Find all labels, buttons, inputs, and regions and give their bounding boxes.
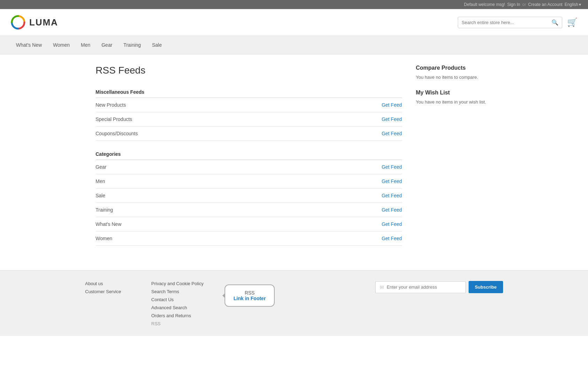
- footer-rss[interactable]: RSS: [151, 321, 204, 326]
- logo-text: LUMA: [29, 17, 58, 28]
- email-input-wrap: ✉: [375, 281, 466, 293]
- footer-advanced-search[interactable]: Advanced Search: [151, 305, 204, 310]
- feed-label: New Products: [96, 98, 303, 112]
- header: LUMA 🔍 🛒: [0, 9, 588, 36]
- footer: About us Customer Service Privacy and Co…: [0, 270, 588, 336]
- logo-icon: [10, 15, 26, 30]
- feed-link-cell: Get Feed: [303, 112, 402, 127]
- footer-orders-returns[interactable]: Orders and Returns: [151, 313, 204, 318]
- get-feed-link[interactable]: Get Feed: [382, 221, 402, 227]
- table-row: What's New Get Feed: [96, 217, 402, 231]
- get-feed-link[interactable]: Get Feed: [382, 164, 402, 170]
- wishlist-empty: You have no items in your wish list.: [416, 99, 493, 105]
- nav-gear[interactable]: Gear: [96, 36, 118, 54]
- footer-inner: About us Customer Service Privacy and Co…: [85, 281, 503, 329]
- table-row: Special Products Get Feed: [96, 112, 402, 127]
- feed-link-cell: Get Feed: [303, 174, 402, 189]
- get-feed-link[interactable]: Get Feed: [382, 207, 402, 213]
- feed-link-cell: Get Feed: [303, 98, 402, 112]
- nav-whats-new[interactable]: What's New: [10, 36, 47, 54]
- feed-link-cell: Get Feed: [303, 189, 402, 203]
- content-area: RSS Feeds Miscellaneous Feeds New Produc…: [96, 65, 402, 246]
- compare-products-title: Compare Products: [416, 65, 493, 71]
- newsletter-email-input[interactable]: [387, 284, 461, 290]
- signin-link[interactable]: Sign In: [507, 2, 520, 7]
- feed-label: Training: [96, 203, 303, 217]
- feed-link-cell: Get Feed: [303, 217, 402, 231]
- get-feed-link[interactable]: Get Feed: [382, 116, 402, 122]
- get-feed-link[interactable]: Get Feed: [382, 178, 402, 184]
- compare-products-empty: You have no items to compare.: [416, 75, 493, 80]
- nav-sale[interactable]: Sale: [147, 36, 167, 54]
- welcome-message: Default welcome msg!: [464, 2, 505, 7]
- footer-col-2: Privacy and Cookie Policy Search Terms C…: [151, 281, 204, 329]
- feed-label: Men: [96, 174, 303, 189]
- top-bar: Default welcome msg! Sign In or Create a…: [0, 0, 588, 9]
- main-nav: What's New Women Men Gear Training Sale: [0, 36, 588, 54]
- page-title: RSS Feeds: [96, 65, 402, 76]
- main-container: RSS Feeds Miscellaneous Feeds New Produc…: [85, 54, 503, 256]
- feed-label: Women: [96, 231, 303, 246]
- footer-customer-service[interactable]: Customer Service: [85, 289, 138, 294]
- search-box: 🔍: [458, 17, 562, 28]
- search-icon[interactable]: 🔍: [551, 19, 558, 26]
- language-selector[interactable]: English ▾: [565, 2, 581, 7]
- footer-newsletter: ✉ Subscribe: [375, 281, 503, 293]
- header-right: 🔍 🛒: [458, 17, 578, 28]
- feed-label: Sale: [96, 189, 303, 203]
- feed-link-cell: Get Feed: [303, 231, 402, 246]
- rss-bubble: RSS Link in Footer: [225, 284, 275, 307]
- mail-icon: ✉: [380, 284, 384, 290]
- wishlist-title: My Wish List: [416, 90, 493, 96]
- footer-contact-us[interactable]: Contact Us: [151, 297, 204, 302]
- table-row: Gear Get Feed: [96, 160, 402, 174]
- get-feed-link[interactable]: Get Feed: [382, 102, 402, 108]
- nav-women[interactable]: Women: [47, 36, 75, 54]
- feed-link-cell: Get Feed: [303, 127, 402, 141]
- table-row: Men Get Feed: [96, 174, 402, 189]
- feed-label: What's New: [96, 217, 303, 231]
- get-feed-link[interactable]: Get Feed: [382, 131, 402, 136]
- table-row: Sale Get Feed: [96, 189, 402, 203]
- footer-about-us[interactable]: About us: [85, 281, 138, 286]
- table-row: Coupons/Discounts Get Feed: [96, 127, 402, 141]
- spacer-row: [96, 141, 402, 148]
- bubble-title: RSS: [234, 290, 266, 296]
- table-row: New Products Get Feed: [96, 98, 402, 112]
- feed-link-cell: Get Feed: [303, 203, 402, 217]
- get-feed-link[interactable]: Get Feed: [382, 193, 402, 198]
- get-feed-link[interactable]: Get Feed: [382, 236, 402, 241]
- compare-products-block: Compare Products You have no items to co…: [416, 65, 493, 80]
- rss-bubble-wrap: RSS Link in Footer: [225, 284, 275, 307]
- wishlist-block: My Wish List You have no items in your w…: [416, 90, 493, 105]
- search-input[interactable]: [462, 20, 551, 25]
- misc-feeds-header: Miscellaneous Feeds: [96, 86, 402, 98]
- bubble-link: Link in Footer: [234, 296, 266, 301]
- footer-col-1: About us Customer Service: [85, 281, 138, 297]
- cart-icon[interactable]: 🛒: [567, 17, 578, 27]
- feed-link-cell: Get Feed: [303, 160, 402, 174]
- rss-table: Miscellaneous Feeds New Products Get Fee…: [96, 86, 402, 246]
- feed-label: Gear: [96, 160, 303, 174]
- feed-label: Coupons/Discounts: [96, 127, 303, 141]
- table-row: Women Get Feed: [96, 231, 402, 246]
- sidebar: Compare Products You have no items to co…: [416, 65, 493, 246]
- footer-privacy[interactable]: Privacy and Cookie Policy: [151, 281, 204, 286]
- footer-search-terms[interactable]: Search Terms: [151, 289, 204, 294]
- categories-header: Categories: [96, 148, 402, 160]
- subscribe-button[interactable]: Subscribe: [469, 281, 503, 293]
- table-row: Training Get Feed: [96, 203, 402, 217]
- logo-area: LUMA: [10, 15, 58, 30]
- nav-men[interactable]: Men: [75, 36, 96, 54]
- nav-training[interactable]: Training: [118, 36, 147, 54]
- separator: or: [522, 2, 526, 7]
- feed-label: Special Products: [96, 112, 303, 127]
- create-account-link[interactable]: Create an Account: [528, 2, 563, 7]
